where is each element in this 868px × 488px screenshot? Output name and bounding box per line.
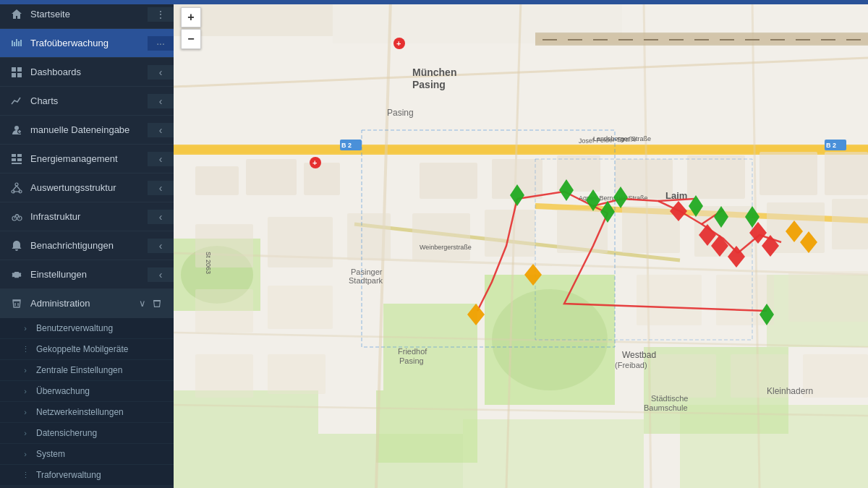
system-label: System xyxy=(36,449,65,459)
administration-label: Administration xyxy=(30,298,90,309)
sidebar-item-energiemanagement[interactable]: Energiemanagement ‹ xyxy=(0,145,174,174)
sub-item-ueberwachung[interactable]: › Überwachung xyxy=(0,381,174,402)
zentrale-einstellungen-label: Zentrale Einstellungen xyxy=(36,365,122,375)
sidebar-item-dashboards[interactable]: Dashboards ‹ xyxy=(0,58,174,87)
svg-text:Friedhof: Friedhof xyxy=(398,347,427,356)
svg-rect-82 xyxy=(304,163,340,195)
traoeberwachung-menu-icon[interactable]: ··· xyxy=(148,36,174,51)
svg-text:(Freibad): (Freibad) xyxy=(615,361,647,369)
svg-rect-100 xyxy=(195,289,253,333)
gekoppelte-mobilgeraete-label: Gekoppelte Mobilgeräte xyxy=(36,344,128,354)
svg-text:+: + xyxy=(396,39,401,48)
svg-rect-1 xyxy=(14,42,15,46)
svg-rect-107 xyxy=(651,354,716,398)
sidebar-item-infrastruktur[interactable]: Infrastruktur ‹ xyxy=(0,202,174,231)
auswertungsstruktur-label: Auswertungsstruktur xyxy=(30,182,116,193)
benutzerverwaltung-label: Benutzerverwaltung xyxy=(36,323,113,333)
svg-rect-3 xyxy=(18,41,20,46)
top-bar xyxy=(0,0,868,4)
sub-item-gekoppelte-mobilgeraete[interactable]: ⋮ Gekoppelte Mobilgeräte xyxy=(0,339,174,360)
svg-text:Pasinger: Pasinger xyxy=(351,267,383,276)
einstellungen-label: Einstellungen xyxy=(30,269,87,280)
svg-text:Westbad: Westbad xyxy=(622,350,656,360)
sub-item-zentrale-einstellungen[interactable]: › Zentrale Einstellungen xyxy=(0,360,174,381)
sub-item-dot: › xyxy=(20,407,30,417)
sub-item-netzwerkeinstellungen[interactable]: › Netzwerkeinstellungen xyxy=(0,402,174,423)
energiemanagement-chevron[interactable]: ‹ xyxy=(148,152,174,166)
sidebar-item-startseite[interactable]: Startseite ⋮ xyxy=(0,0,174,29)
traforverwaltung-label: Traforverwaltung xyxy=(36,470,101,480)
svg-rect-7 xyxy=(12,73,16,77)
einstellungen-chevron[interactable]: ‹ xyxy=(148,267,174,282)
dashboards-chevron[interactable]: ‹ xyxy=(148,65,174,80)
datensicherung-label: Datensicherung xyxy=(36,428,97,438)
sidebar-item-traoeberwachung[interactable]: Trafoüberwachung ··· xyxy=(0,29,174,58)
einstellungen-icon xyxy=(9,267,25,283)
svg-text:Pasing: Pasing xyxy=(387,108,414,118)
auswertungsstruktur-chevron[interactable]: ‹ xyxy=(148,181,174,195)
svg-text:Pasing: Pasing xyxy=(399,356,424,365)
sub-item-datensicherung[interactable]: › Datensicherung xyxy=(0,423,174,444)
startseite-label: Startseite xyxy=(30,9,70,20)
manuelle-dateneingabe-chevron[interactable]: ‹ xyxy=(148,123,174,137)
svg-point-9 xyxy=(14,126,19,130)
svg-rect-13 xyxy=(12,158,16,161)
charts-chevron[interactable]: ‹ xyxy=(148,94,174,108)
sidebar-item-manuelle-dateneingabe[interactable]: manuelle Dateneingabe ‹ xyxy=(0,116,174,145)
svg-rect-104 xyxy=(788,271,868,322)
svg-rect-102 xyxy=(637,275,702,325)
sub-item-dot: › xyxy=(20,386,30,396)
sub-item-dot: › xyxy=(20,323,30,333)
svg-text:B 2: B 2 xyxy=(341,142,352,149)
svg-rect-87 xyxy=(687,155,745,199)
svg-rect-11 xyxy=(12,154,16,157)
svg-rect-44 xyxy=(318,434,463,488)
svg-rect-80 xyxy=(195,166,239,195)
startseite-menu-icon[interactable]: ⋮ xyxy=(148,7,174,22)
sidebar: Startseite ⋮ Trafoüberwachung ··· Dashbo… xyxy=(0,0,174,488)
svg-text:Pasing: Pasing xyxy=(412,79,446,90)
svg-rect-81 xyxy=(246,159,297,195)
svg-rect-15 xyxy=(12,163,22,164)
svg-rect-88 xyxy=(760,152,817,195)
sub-item-dot: › xyxy=(20,449,30,459)
svg-rect-106 xyxy=(268,354,326,394)
sidebar-item-administration[interactable]: Administration ∨ xyxy=(0,289,174,318)
sidebar-item-benachrichtigungen[interactable]: Benachrichtigungen ‹ xyxy=(0,231,174,260)
sidebar-item-einstellungen[interactable]: Einstellungen ‹ xyxy=(0,260,174,289)
svg-rect-101 xyxy=(268,286,333,329)
svg-line-19 xyxy=(13,186,17,190)
svg-rect-46 xyxy=(463,419,644,488)
svg-rect-45 xyxy=(680,405,868,488)
dashboards-label: Dashboards xyxy=(30,67,81,77)
svg-point-16 xyxy=(15,183,18,186)
zoom-in-button[interactable]: + xyxy=(181,7,201,27)
sidebar-item-auswertungsstruktur[interactable]: Auswertungsstruktur ‹ xyxy=(0,174,174,202)
map-container[interactable]: B 2 B 2 xyxy=(174,0,868,488)
svg-text:Städtische: Städtische xyxy=(651,394,688,403)
zoom-out-button[interactable]: − xyxy=(181,29,201,49)
administration-chevron: ∨ xyxy=(139,298,146,309)
svg-rect-89 xyxy=(825,152,868,195)
svg-rect-93 xyxy=(412,213,470,260)
svg-text:St 2063: St 2063 xyxy=(205,252,212,274)
infrastruktur-chevron[interactable]: ‹ xyxy=(148,210,174,224)
svg-rect-4 xyxy=(20,40,22,46)
svg-text:Weinbergerstraße: Weinbergerstraße xyxy=(420,244,472,251)
svg-rect-12 xyxy=(17,154,22,157)
sub-item-benutzerverwaltung[interactable]: › Benutzerverwaltung xyxy=(0,318,174,339)
map-background: B 2 B 2 xyxy=(174,0,868,488)
sub-item-dot: › xyxy=(20,428,30,438)
svg-rect-0 xyxy=(12,40,13,46)
sub-item-traforverwaltung[interactable]: ⋮ Traforverwaltung xyxy=(0,465,174,486)
administration-icon xyxy=(9,296,25,312)
svg-rect-105 xyxy=(195,354,253,398)
svg-text:München: München xyxy=(412,67,456,78)
svg-rect-91 xyxy=(268,217,333,267)
benachrichtigungen-label: Benachrichtigungen xyxy=(30,240,114,251)
benachrichtigungen-chevron[interactable]: ‹ xyxy=(148,239,174,253)
sub-item-system[interactable]: › System xyxy=(0,444,174,465)
sidebar-item-charts[interactable]: Charts ‹ xyxy=(0,87,174,116)
svg-rect-6 xyxy=(17,67,22,72)
svg-text:Landsberger Straße: Landsberger Straße xyxy=(593,135,651,142)
